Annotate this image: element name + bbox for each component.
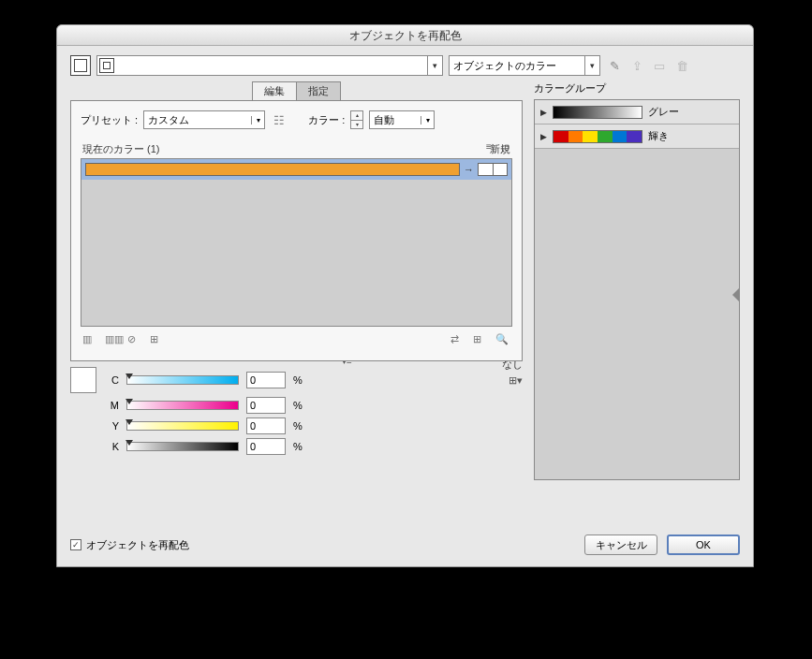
current-colors-label: 現在のカラー (1)	[82, 142, 160, 156]
dialog-title: オブジェクトを再配色	[57, 25, 753, 46]
y-slider[interactable]	[126, 421, 239, 431]
color-group-list: ▶ グレー ▶ 輝き	[534, 99, 740, 480]
grid-icon[interactable]: ⊞▾	[509, 374, 523, 387]
color-assignment-list[interactable]: →	[81, 158, 512, 327]
k-input[interactable]: 0	[246, 438, 286, 455]
chevron-down-icon: ▾	[584, 56, 599, 75]
chevron-down-icon: ▾	[421, 116, 434, 124]
list-menu-icon[interactable]: ▭	[501, 141, 512, 153]
rainbow-swatches	[553, 130, 642, 143]
cancel-button[interactable]: キャンセル	[584, 535, 657, 555]
randomize-sat-icon[interactable]: ⊞	[473, 332, 488, 345]
result-swatch[interactable]	[70, 367, 96, 393]
group-label: グレー	[648, 105, 679, 119]
color-group-item[interactable]: ▶ 輝き	[535, 124, 739, 149]
c-slider[interactable]	[126, 375, 239, 385]
recolor-checkbox-label: オブジェクトを再配色	[86, 538, 189, 552]
recolor-dialog: オブジェクトを再配色 ▾ オブジェクトのカラー ▾ ✎ ⇪ ▭ 🗑 編集 指定 …	[56, 24, 754, 567]
artwork-combo[interactable]: ▾	[96, 55, 443, 76]
new-row-icon[interactable]: ⊞	[150, 332, 165, 345]
recolor-checkbox[interactable]: ✓	[70, 539, 81, 550]
c-input[interactable]: 0	[246, 372, 286, 388]
c-label: C	[104, 374, 119, 386]
assign-panel: プリセット : カスタム ▾ ☷ カラー : ▴▾ 自動 ▾ 現在のカラー	[70, 100, 523, 361]
top-toolbar: ▾ オブジェクトのカラー ▾ ✎ ⇪ ▭ 🗑	[57, 46, 753, 81]
separate-icon[interactable]: ▥▥	[105, 332, 120, 345]
y-label: Y	[104, 420, 119, 432]
ok-button[interactable]: OK	[667, 535, 740, 555]
collapse-handle-icon[interactable]	[732, 287, 740, 302]
m-label: M	[104, 400, 119, 411]
eyedropper-icon[interactable]: ✎	[606, 57, 623, 74]
m-slider[interactable]	[126, 401, 239, 410]
gray-swatches	[553, 106, 642, 119]
color-count-select[interactable]: 自動 ▾	[369, 110, 435, 129]
trash-icon: 🗑	[673, 57, 690, 74]
merge-icon[interactable]: ▥	[82, 332, 97, 345]
color-count-stepper[interactable]: ▴▾	[350, 110, 363, 129]
color-row[interactable]: →	[81, 159, 511, 180]
chevron-down-icon: ▾	[427, 56, 442, 75]
group-label: 輝き	[648, 129, 669, 143]
k-slider[interactable]	[126, 442, 239, 451]
folder-icon: ▭	[651, 57, 668, 74]
arrow-right-icon: →	[464, 164, 474, 175]
preset-options-icon[interactable]: ☷	[271, 111, 288, 128]
find-color-icon[interactable]: 🔍	[495, 332, 510, 345]
m-input[interactable]: 0	[246, 397, 286, 414]
new-color-swatch[interactable]	[478, 163, 508, 176]
color-source-label: オブジェクトのカラー	[450, 59, 584, 73]
current-color-swatch[interactable]	[85, 163, 460, 176]
y-input[interactable]: 0	[246, 417, 286, 434]
tab-assign[interactable]: 指定	[297, 81, 341, 101]
color-count-label: カラー :	[308, 113, 345, 127]
k-label: K	[104, 441, 119, 452]
triangle-right-icon: ▶	[540, 132, 547, 141]
save-group-icon: ⇪	[628, 57, 645, 74]
chevron-down-icon: ▾	[251, 116, 264, 124]
tab-edit[interactable]: 編集	[252, 81, 297, 101]
color-source-combo[interactable]: オブジェクトのカラー ▾	[449, 55, 600, 76]
active-color-swatch[interactable]	[70, 55, 91, 76]
mode-tabs: 編集 指定	[70, 81, 523, 101]
list-options-icon[interactable]: ≡	[486, 141, 497, 153]
triangle-right-icon: ▶	[540, 108, 547, 117]
preset-label: プリセット :	[81, 113, 138, 127]
exclude-icon[interactable]: ⊘	[127, 332, 142, 345]
randomize-order-icon[interactable]: ⇄	[450, 332, 465, 345]
color-group-item[interactable]: ▶ グレー	[535, 100, 739, 124]
color-groups-label: カラーグループ	[534, 81, 740, 95]
cmyk-sliders: なし ⊞▾ C 0 % ▾≡ M 0 %	[70, 361, 523, 455]
preset-select[interactable]: カスタム ▾	[143, 110, 265, 129]
